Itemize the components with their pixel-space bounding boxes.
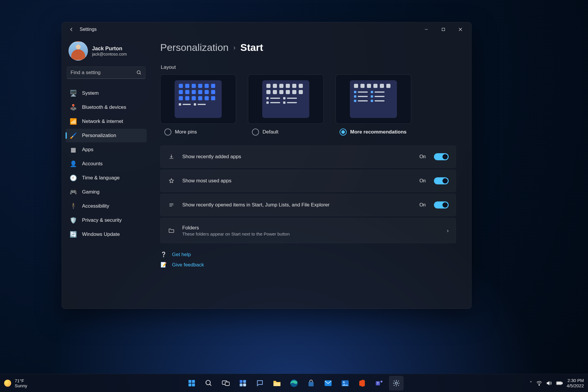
taskbar-file-explorer[interactable] [270,376,284,391]
sidebar-item-bluetooth[interactable]: 🕹️ Bluetooth & devices [66,101,147,114]
svg-rect-18 [243,380,246,383]
accessibility-icon: 🕴️ [70,203,77,210]
setting-folders[interactable]: Folders These folders appear on Start ne… [160,218,456,243]
taskbar-edge[interactable] [287,376,301,391]
taskbar-office[interactable] [355,376,370,391]
battery-icon[interactable] [556,381,563,385]
sidebar-item-privacy[interactable]: 🛡️ Privacy & security [66,213,147,227]
breadcrumb-current: Start [240,42,263,53]
svg-point-30 [539,385,539,386]
toggle-state: On [420,154,426,159]
taskbar-clock[interactable]: 2:30 PM 4/5/2022 [567,378,584,388]
breadcrumb-parent[interactable]: Personalization [160,42,228,53]
close-button[interactable] [452,24,469,35]
profile-block[interactable]: Jack Purton jack@contoso.com [66,39,147,65]
search-input[interactable] [71,70,136,76]
taskbar-system-tray[interactable]: ˄ 2:30 PM 4/5/2022 [507,378,584,388]
layout-option-label: More pins [175,129,197,135]
sidebar-item-label: Accessibility [82,203,109,209]
layout-thumb [335,74,411,124]
paintbrush-icon: 🖌️ [70,132,77,139]
taskbar-store[interactable] [304,376,318,391]
layout-option-more-pins[interactable]: More pins [160,74,236,136]
wifi-icon[interactable] [536,381,542,386]
sidebar-item-label: System [82,90,99,96]
toggle-switch[interactable] [434,177,449,184]
sidebar-item-system[interactable]: 🖥️ System [66,86,147,100]
feedback-icon: 📝 [160,262,167,268]
svg-rect-16 [225,382,229,386]
taskbar-search[interactable] [201,376,216,391]
sidebar-item-time-language[interactable]: 🕘 Time & language [66,171,147,185]
layout-option-label: More recommendations [350,129,407,135]
minimize-button[interactable] [418,24,435,35]
widgets-icon [239,379,247,387]
sidebar-item-label: Accounts [82,161,103,167]
radio-icon [340,129,347,136]
taskbar-mail[interactable] [321,376,335,391]
settings-cards: Show recently added apps On Show most us… [160,146,456,243]
search-icon [136,70,142,75]
sidebar-item-apps[interactable]: ▦ Apps [66,143,147,156]
svg-rect-1 [442,28,445,31]
sidebar-item-personalization[interactable]: 🖌️ Personalization [66,129,147,142]
back-button[interactable] [67,27,76,32]
taskbar-apps: T [81,376,507,391]
volume-icon[interactable] [546,381,552,386]
teams-icon: T [375,379,383,387]
taskbar-weather[interactable]: 71°F Sunny [4,378,81,388]
weather-cond: Sunny [15,383,27,388]
give-feedback-link[interactable]: 📝 Give feedback [160,262,456,268]
svg-point-29 [395,382,397,384]
sidebar-item-accounts[interactable]: 👤 Accounts [66,157,147,171]
svg-rect-9 [188,380,191,383]
toggle-state: On [420,178,426,184]
sidebar-item-accessibility[interactable]: 🕴️ Accessibility [66,199,147,213]
window-title: Settings [80,27,97,32]
chevron-right-icon: › [447,228,449,234]
main-content: Personalization › Start Layout [150,36,471,308]
toggle-switch[interactable] [434,201,449,208]
taskbar-start[interactable] [184,376,199,391]
wifi-icon: 📶 [70,118,77,125]
tray-chevron-icon[interactable]: ˄ [530,381,532,386]
toggle-switch[interactable] [434,153,449,160]
shield-icon: 🛡️ [70,217,77,224]
sidebar-item-gaming[interactable]: 🎮 Gaming [66,185,147,199]
search-box[interactable] [67,66,146,79]
store-icon [307,379,315,387]
chat-icon [256,379,264,387]
help-links: ❔ Get help 📝 Give feedback [160,251,456,268]
settings-window: Settings Jack Purton jack@contoso.com [62,22,472,309]
search-icon [205,379,213,387]
taskbar-settings[interactable] [389,376,404,391]
svg-line-14 [210,384,211,386]
sidebar-item-network[interactable]: 📶 Network & internet [66,115,147,128]
layout-option-more-recommendations[interactable]: More recommendations [335,74,411,136]
setting-recent-items[interactable]: Show recently opened items in Start, Jum… [160,194,456,216]
setting-recently-added[interactable]: Show recently added apps On [160,146,456,168]
setting-label: Show recently added apps [182,154,412,160]
svg-rect-17 [240,380,243,383]
windows-icon [188,379,196,387]
taskbar-chat[interactable] [253,376,267,391]
layout-thumb [160,74,236,124]
taskbar-widgets[interactable] [235,376,250,391]
svg-rect-33 [562,382,562,384]
maximize-button[interactable] [435,24,452,35]
setting-most-used[interactable]: Show most used apps On [160,170,456,192]
svg-rect-10 [192,380,195,383]
svg-rect-20 [243,383,246,386]
weather-sun-icon [4,380,11,387]
sidebar-item-windows-update[interactable]: 🔄 Windows Update [66,228,147,241]
get-help-link[interactable]: ❔ Get help [160,251,456,258]
list-icon [168,202,175,208]
taskbar-photos[interactable] [338,376,353,391]
taskbar-task-view[interactable] [218,376,233,391]
taskbar-teams[interactable]: T [372,376,387,391]
help-icon: ❔ [160,251,167,258]
clock-date: 4/5/2022 [567,383,584,388]
sidebar-item-label: Time & language [82,175,120,181]
clock-time: 2:30 PM [567,378,584,383]
layout-option-default[interactable]: Default [248,74,324,136]
